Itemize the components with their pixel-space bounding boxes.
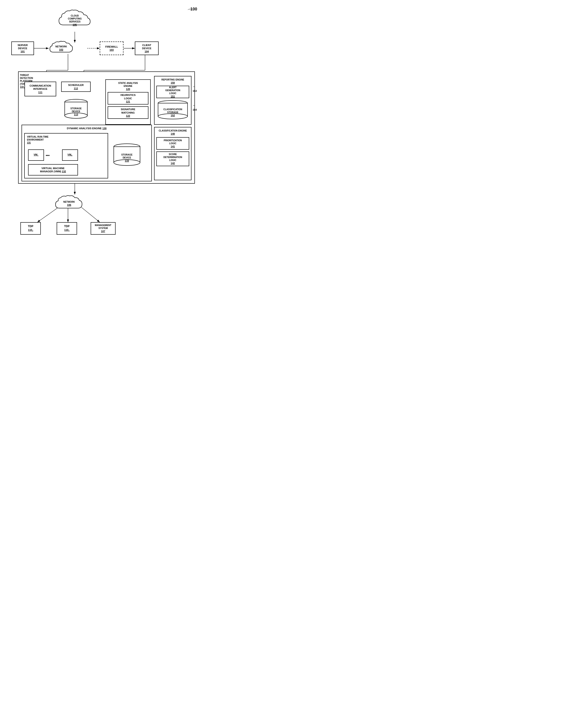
arrow-154-label: ⌒ 154 xyxy=(193,105,197,111)
signature-matching-box: SIGNATURE MATCHING 122 xyxy=(108,106,148,119)
score-determination-box: SCORE DETERMINATION LOGIC 142 xyxy=(156,152,189,166)
management-system-box: MANAGEMENT SYSTEM 107 xyxy=(91,222,116,235)
static-analysis-engine-box: STATIC ANALYSIS ENGINE 120 HEURISTICS LO… xyxy=(105,79,151,125)
reporting-engine-box: REPORTING ENGINE 150 ALERT GENERATION LO… xyxy=(154,76,192,125)
diagram: 100 ⌒ CLOUD COMPUTING SERVICES 105 SERVE… xyxy=(4,4,199,254)
dynamic-analysis-engine-box: DYNAMIC ANALYSIS ENGINE 130 VIRTUAL RUN-… xyxy=(22,125,152,181)
heuristics-logic-box: HEURISTICS LOGIC 121 xyxy=(108,92,148,105)
client-device-box: CLIENT DEVICE 104 xyxy=(135,42,159,55)
network-102: NETWORK 102 xyxy=(49,41,74,56)
vm1-box: VM1 xyxy=(28,149,44,161)
svg-line-29 xyxy=(82,207,100,222)
prioritization-logic-box: PRIORITIZATION LOGIC 141 xyxy=(156,137,189,150)
virtual-runtime-box: VIRTUAL RUN-TIME ENVIRONMENT 131 VM1 •••… xyxy=(24,133,108,178)
server-device-box: SERVER DEVICE 101 xyxy=(11,42,34,55)
scheduler-box: SCHEDULER 112 xyxy=(61,82,91,92)
vm-dots: ••• xyxy=(46,154,50,158)
network-102-label: NETWORK 102 xyxy=(55,45,67,51)
classification-storage-cylinder: CLASSIFICATION STORAGE 152 xyxy=(156,100,189,121)
vmm-box: VIRTUAL MACHINE MANAGER (VMM) 132 xyxy=(28,164,78,176)
storage-133-cylinder: STORAGE DEVICE 133 xyxy=(112,143,142,166)
firewall-box: FIREWALL 103 xyxy=(100,42,123,55)
classification-engine-box: CLASSIFICATION ENGINE 140 PRIORITIZATION… xyxy=(154,127,192,180)
network-106-label: NETWORK 106 xyxy=(63,201,75,207)
cloud-computing-label: CLOUD COMPUTING SERVICES 105 xyxy=(68,14,82,26)
alert-generation-box: ALERT GENERATION LOGIC 151 xyxy=(156,86,189,98)
network-106: NETWORK 106 xyxy=(54,194,84,213)
communication-interface-box: COMMUNICATION INTERFACE 111 xyxy=(25,82,56,96)
cloud-computing-services: CLOUD COMPUTING SERVICES 105 xyxy=(57,9,93,32)
tdp3-box: TDP 1103 xyxy=(57,222,77,235)
vmk-box: VMK xyxy=(62,149,78,161)
ref-bracket: ⌒ xyxy=(187,8,193,15)
storage-113-cylinder: STORAGE DEVICE 113 xyxy=(63,99,89,119)
arrow-153-label: ⌒ 153 xyxy=(193,86,197,92)
tdp2-box: TDP 1102 xyxy=(20,222,41,235)
